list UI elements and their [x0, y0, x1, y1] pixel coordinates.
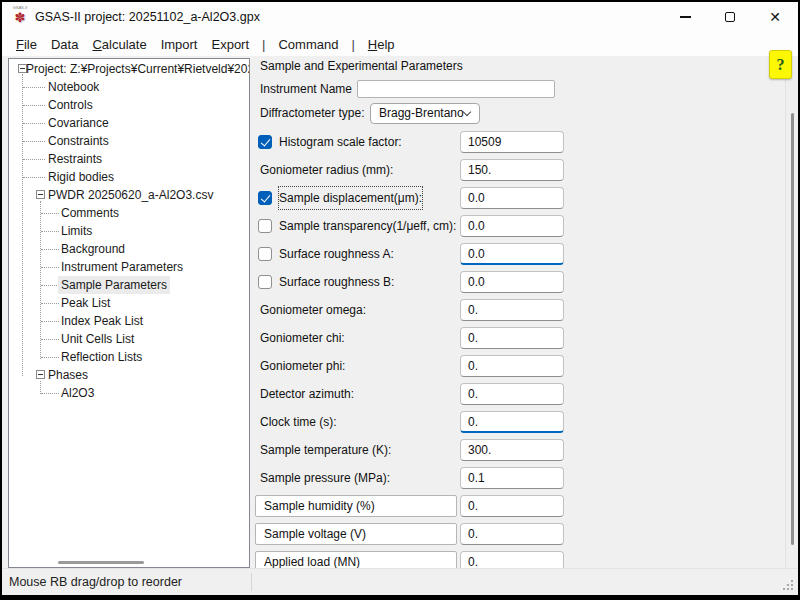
- minimize-icon[interactable]: [670, 2, 700, 32]
- tree-item[interactable]: Unit Cells List: [9, 330, 249, 348]
- tree-item-label: Index Peak List: [61, 312, 143, 330]
- row-input[interactable]: 150.: [460, 159, 564, 181]
- tree-connector-stub: [41, 285, 59, 286]
- tree-item[interactable]: PWDR 20250620_a-Al2O3.csv: [9, 186, 249, 204]
- row-label: Histogram scale factor:: [279, 131, 402, 153]
- tree-item-label: Background: [61, 240, 125, 258]
- row-label[interactable]: Applied load (MN): [255, 551, 457, 568]
- row-input[interactable]: 0.1: [460, 467, 564, 489]
- resize-grip-icon[interactable]: [791, 588, 793, 590]
- chevron-down-icon: [463, 108, 471, 116]
- close-icon[interactable]: ✕: [760, 2, 790, 32]
- menu-item-help[interactable]: Help: [361, 37, 402, 52]
- tree-item[interactable]: Rigid bodies: [9, 168, 249, 186]
- tree-connector-stub: [23, 123, 45, 124]
- content-area: Project: Z:¥Projects¥Current¥Rietveld¥20…: [2, 56, 798, 568]
- vertical-scrollbar-thumb[interactable]: [791, 113, 794, 545]
- tree-item[interactable]: Al2O3: [9, 384, 249, 402]
- row-input[interactable]: 0.: [460, 523, 564, 545]
- row-checkbox[interactable]: [258, 191, 272, 205]
- tree-connector-stub: [23, 105, 45, 106]
- tree-connector-stub: [23, 159, 45, 160]
- diffractometer-type-select[interactable]: Bragg-Brentano: [370, 103, 480, 124]
- tree-item[interactable]: Phases: [9, 366, 249, 384]
- tree-item[interactable]: Constraints: [9, 132, 249, 150]
- tree-item-label: PWDR 20250620_a-Al2O3.csv: [48, 186, 213, 204]
- instrument-name-label: Instrument Name: [260, 80, 352, 98]
- row-input[interactable]: 0.: [460, 383, 564, 405]
- status-text: Mouse RB drag/drop to reorder: [9, 569, 182, 595]
- row-input[interactable]: 0.: [460, 495, 564, 517]
- row-label: Sample temperature (K):: [260, 439, 391, 461]
- row-input[interactable]: 300.: [460, 439, 564, 461]
- status-separator: [251, 573, 252, 591]
- row-input[interactable]: 0.: [460, 327, 564, 349]
- tree-connector-stub: [41, 393, 59, 394]
- app-window: GSAS-II ✽ GSAS-II project: 20251102_a-Al…: [2, 2, 798, 595]
- horizontal-scrollbar-thumb[interactable]: [58, 561, 144, 564]
- tree-item[interactable]: Reflection Lists: [9, 348, 249, 366]
- tree-connector-stub: [41, 303, 59, 304]
- row-checkbox[interactable]: [258, 135, 272, 149]
- menu-bar: FileDataCalculateImportExport|Command|He…: [2, 32, 798, 56]
- tree-item-label: Sample Parameters: [58, 276, 170, 294]
- row-checkbox[interactable]: [258, 219, 272, 233]
- menu-item-data[interactable]: Data: [44, 37, 85, 52]
- tree-item[interactable]: Peak List: [9, 294, 249, 312]
- tree-item-label: Peak List: [61, 294, 110, 312]
- tree-connector-stub: [41, 249, 59, 250]
- row-input[interactable]: 0.: [460, 299, 564, 321]
- row-label[interactable]: Sample voltage (V): [255, 523, 457, 545]
- row-label[interactable]: Sample humidity (%): [255, 495, 457, 517]
- help-button[interactable]: ?: [769, 50, 792, 79]
- tree-collapse-icon[interactable]: [36, 190, 45, 199]
- row-input[interactable]: 10509: [460, 131, 564, 153]
- tree-connector-stub: [23, 141, 45, 142]
- row-label: Detector azimuth:: [260, 383, 354, 405]
- row-input[interactable]: 0.0: [460, 215, 564, 237]
- vertical-scrollbar-track[interactable]: [785, 56, 798, 568]
- tree-item[interactable]: Background: [9, 240, 249, 258]
- tree-item-label: Rigid bodies: [48, 168, 114, 186]
- row-label: Goniometer radius (mm):: [260, 159, 393, 181]
- tree-connector-stub: [41, 357, 59, 358]
- tree-item[interactable]: Comments: [9, 204, 249, 222]
- tree-connector-stub: [23, 177, 45, 178]
- status-bar: Mouse RB drag/drop to reorder: [2, 568, 798, 595]
- menu-item-calculate[interactable]: Calculate: [85, 37, 153, 52]
- title-bar: GSAS-II ✽ GSAS-II project: 20251102_a-Al…: [2, 2, 798, 32]
- tree-connector-stub: [41, 267, 59, 268]
- tree-item[interactable]: Notebook: [9, 78, 249, 96]
- menu-separator: |: [345, 37, 360, 52]
- row-input[interactable]: 0.0: [460, 187, 564, 209]
- tree-collapse-icon[interactable]: [36, 370, 45, 379]
- tree-item[interactable]: Project: Z:¥Projects¥Current¥Rietveld¥20…: [9, 60, 249, 78]
- row-label: Clock time (s):: [260, 411, 337, 433]
- tree-item[interactable]: Limits: [9, 222, 249, 240]
- menu-item-command[interactable]: Command: [271, 37, 345, 52]
- tree-item[interactable]: Restraints: [9, 150, 249, 168]
- menu-item-file[interactable]: File: [9, 37, 44, 52]
- row-input[interactable]: 0.0: [460, 243, 564, 265]
- tree-item-label: Limits: [61, 222, 92, 240]
- tree-item[interactable]: Controls: [9, 96, 249, 114]
- row-input[interactable]: 0.: [460, 411, 564, 433]
- tree-item[interactable]: Sample Parameters: [9, 276, 249, 294]
- tree-item-label: Al2O3: [61, 384, 94, 402]
- tree-panel[interactable]: Project: Z:¥Projects¥Current¥Rietveld¥20…: [8, 58, 250, 568]
- row-input[interactable]: 0.: [460, 551, 564, 568]
- tree-item[interactable]: Index Peak List: [9, 312, 249, 330]
- tree-item[interactable]: Covariance: [9, 114, 249, 132]
- instrument-name-input[interactable]: [357, 80, 555, 98]
- menu-item-export[interactable]: Export: [204, 37, 256, 52]
- tree-item[interactable]: Instrument Parameters: [9, 258, 249, 276]
- maximize-icon[interactable]: [715, 2, 745, 32]
- row-input[interactable]: 0.0: [460, 271, 564, 293]
- row-input[interactable]: 0.: [460, 355, 564, 377]
- row-checkbox[interactable]: [258, 275, 272, 289]
- row-checkbox[interactable]: [258, 247, 272, 261]
- tree-item-label: Restraints: [48, 150, 102, 168]
- row-label: Goniometer omega:: [260, 299, 366, 321]
- menu-item-import[interactable]: Import: [154, 37, 205, 52]
- tree-item-label: Constraints: [48, 132, 109, 150]
